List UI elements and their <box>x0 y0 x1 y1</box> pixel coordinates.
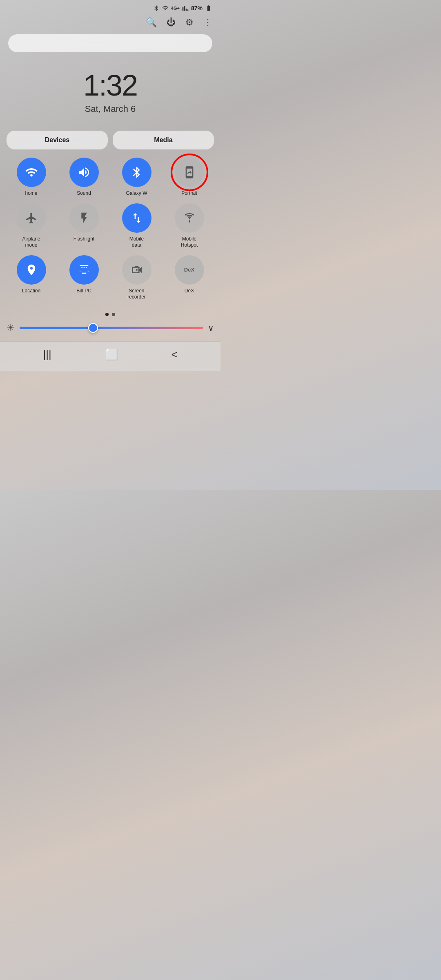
devices-button[interactable]: Devices <box>7 131 108 149</box>
flashlight-icon <box>69 203 99 233</box>
status-icons: 4G+ 87% <box>153 5 212 11</box>
qs-portrait[interactable]: Portrait <box>165 158 214 197</box>
wifi-icon <box>17 158 46 187</box>
qs-airplane-label: Airplane mode <box>22 236 40 249</box>
search-bar[interactable] <box>8 34 212 52</box>
brightness-icon: ☀ <box>7 323 15 333</box>
qs-flashlight-label: Flashlight <box>74 236 94 243</box>
qs-billpc[interactable]: Bill-PC <box>59 255 109 301</box>
dex-icon: DeX <box>175 255 204 285</box>
home-button[interactable]: ⬜ <box>105 348 118 361</box>
svg-point-0 <box>136 269 138 271</box>
qs-mobiledata[interactable]: Mobile data <box>112 203 161 249</box>
qs-sound-label: Sound <box>77 190 91 197</box>
qs-airplane[interactable]: Airplane mode <box>7 203 56 249</box>
hotspot-icon <box>175 203 204 233</box>
top-actions: 🔍 ⏻ ⚙ ⋮ <box>0 15 220 34</box>
qs-bluetooth[interactable]: Galaxy W <box>112 158 161 197</box>
brightness-row: ☀ ∨ <box>0 323 220 341</box>
clock-time: 1:32 <box>0 69 220 102</box>
battery-icon <box>205 5 212 11</box>
portrait-icon <box>175 158 204 187</box>
qs-screenrecorder[interactable]: Screen recorder <box>112 255 161 301</box>
qs-bluetooth-label: Galaxy W <box>126 190 147 197</box>
airplane-icon <box>17 203 46 233</box>
more-button[interactable]: ⋮ <box>203 17 212 28</box>
screenrecorder-icon <box>122 255 151 285</box>
recent-apps-button[interactable]: ||| <box>43 348 51 361</box>
qs-dex-label: DeX <box>185 288 194 294</box>
svg-rect-1 <box>135 266 138 266</box>
qs-sound[interactable]: Sound <box>59 158 109 197</box>
sound-icon <box>69 158 99 187</box>
qs-flashlight[interactable]: Flashlight <box>59 203 109 249</box>
search-button[interactable]: 🔍 <box>146 17 157 28</box>
power-button[interactable]: ⏻ <box>167 17 176 28</box>
qs-location[interactable]: Location <box>7 255 56 301</box>
location-icon <box>17 255 46 285</box>
wifi-status-icon <box>162 5 169 11</box>
panel-row: Devices Media <box>0 131 220 158</box>
bluetooth-status-icon <box>153 5 160 11</box>
qs-location-label: Location <box>22 288 40 294</box>
qs-mobiledata-label: Mobile data <box>129 236 144 249</box>
qs-screenrecorder-label: Screen recorder <box>127 288 146 301</box>
billpc-icon <box>69 255 99 285</box>
qs-hotspot[interactable]: Mobile Hotspot <box>165 203 214 249</box>
settings-button[interactable]: ⚙ <box>185 17 194 28</box>
brightness-thumb[interactable] <box>88 323 98 333</box>
page-dot-1 <box>105 313 109 316</box>
qs-wifi[interactable]: home <box>7 158 56 197</box>
clock-date: Sat, March 6 <box>0 104 220 114</box>
mobiledata-icon <box>122 203 151 233</box>
battery-percent: 87% <box>191 5 203 11</box>
network-type: 4G+ <box>171 6 180 11</box>
page-dot-2 <box>112 313 115 316</box>
qs-dex[interactable]: DeX DeX <box>165 255 214 301</box>
brightness-expand-icon[interactable]: ∨ <box>208 323 214 333</box>
back-button[interactable]: < <box>171 348 177 361</box>
status-bar: 4G+ 87% <box>0 0 220 15</box>
media-button[interactable]: Media <box>113 131 214 149</box>
bluetooth-qs-icon <box>122 158 151 187</box>
quick-settings-grid: home Sound Galaxy W Portrait Airplane mo… <box>0 158 220 309</box>
qs-wifi-label: home <box>25 190 37 197</box>
clock-area: 1:32 Sat, March 6 <box>0 60 220 131</box>
qs-billpc-label: Bill-PC <box>76 288 91 294</box>
page-dots <box>0 309 220 323</box>
brightness-track[interactable] <box>20 327 203 329</box>
qs-hotspot-label: Mobile Hotspot <box>181 236 198 249</box>
signal-icon <box>182 5 189 11</box>
qs-portrait-label: Portrait <box>181 190 197 197</box>
nav-bar: ||| ⬜ < <box>0 341 220 371</box>
